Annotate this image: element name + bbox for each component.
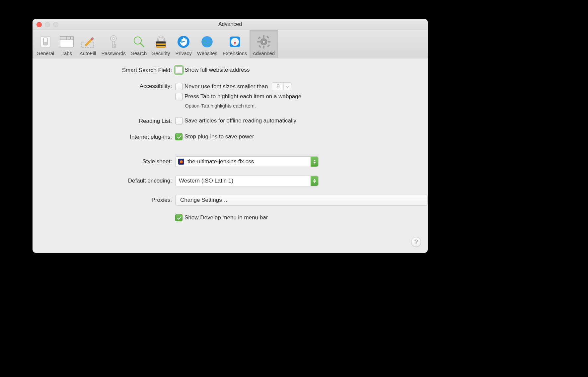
svg-point-12 xyxy=(112,38,115,40)
encoding-value: Western (ISO Latin 1) xyxy=(176,178,311,184)
tabs-icon: + xyxy=(59,35,74,49)
tab-general[interactable]: General xyxy=(34,30,57,58)
tab-tabs[interactable]: + Tabs xyxy=(57,30,77,58)
magnifier-icon xyxy=(132,35,146,49)
compass-icon xyxy=(228,35,242,49)
label-reading-list: Reading List: xyxy=(33,117,175,124)
help-label: ? xyxy=(414,239,418,246)
change-settings-button[interactable]: Change Settings… xyxy=(175,195,428,205)
svg-line-17 xyxy=(140,43,144,46)
select-stylesheet[interactable]: the-ultimate-jenkins-fix.css xyxy=(175,156,319,167)
label-smart-search: Smart Search Field: xyxy=(33,66,175,74)
svg-rect-36 xyxy=(258,45,261,48)
zoom-icon[interactable] xyxy=(53,22,58,27)
stylesheet-value: the-ultimate-jenkins-fix.css xyxy=(184,158,311,165)
svg-rect-35 xyxy=(266,36,269,38)
option-stop-plugins: Stop plug-ins to save power xyxy=(184,133,254,140)
tab-advanced[interactable]: Advanced xyxy=(250,30,278,58)
svg-text:+: + xyxy=(69,36,71,40)
svg-rect-20 xyxy=(156,45,166,46)
svg-rect-33 xyxy=(258,37,260,39)
updown-icon xyxy=(311,176,318,186)
chevron-down-icon xyxy=(283,83,291,90)
tab-label: Search xyxy=(131,50,147,56)
option-save-offline: Save articles for offline reading automa… xyxy=(184,117,296,124)
min-font-value: 9 xyxy=(272,83,283,90)
svg-rect-32 xyxy=(268,41,270,42)
tab-label: Passwords xyxy=(101,50,125,56)
tab-privacy[interactable]: Privacy xyxy=(173,30,194,58)
hint-option-tab: Option-Tab highlights each item. xyxy=(185,103,428,109)
tab-label: Privacy xyxy=(175,50,191,56)
window-title: Advanced xyxy=(33,19,428,30)
min-font-size-stepper[interactable]: 9 xyxy=(272,82,291,91)
label-accessibility: Accessibility: xyxy=(33,82,175,90)
checkbox-press-tab[interactable] xyxy=(175,93,183,100)
tab-label: Extensions xyxy=(223,50,247,56)
svg-rect-34 xyxy=(267,44,270,47)
preferences-toolbar: General + Tabs xyxy=(33,30,428,58)
tab-search[interactable]: Search xyxy=(128,30,150,58)
minimize-icon[interactable] xyxy=(45,22,50,27)
tab-passwords[interactable]: Passwords xyxy=(99,30,128,58)
select-encoding[interactable]: Western (ISO Latin 1) xyxy=(175,176,319,186)
window-controls xyxy=(37,22,58,27)
tab-label: AutoFill xyxy=(79,50,96,56)
tab-label: Tabs xyxy=(62,50,72,56)
option-min-font-size: Never use font sizes smaller than xyxy=(184,83,268,90)
preferences-window: Advanced General + Tabs xyxy=(33,19,428,253)
label-plugins: Internet plug-ins: xyxy=(33,133,175,140)
tab-autofill[interactable]: AutoFill xyxy=(77,30,99,58)
checkbox-min-font-size[interactable] xyxy=(175,83,183,90)
gear-icon xyxy=(257,35,271,49)
svg-rect-29 xyxy=(263,35,264,38)
svg-rect-31 xyxy=(257,41,260,42)
label-encoding: Default encoding: xyxy=(33,176,175,184)
checkbox-stop-plugins[interactable] xyxy=(175,133,183,140)
tab-security[interactable]: Security xyxy=(149,30,173,58)
checkbox-show-develop[interactable] xyxy=(175,214,183,221)
option-press-tab: Press Tab to highlight each item on a we… xyxy=(184,93,301,100)
svg-rect-15 xyxy=(114,46,115,47)
hand-icon xyxy=(176,35,191,49)
tab-label: Security xyxy=(152,50,170,56)
svg-point-37 xyxy=(262,40,265,43)
tab-label: Advanced xyxy=(253,50,275,56)
checkbox-show-full-address[interactable] xyxy=(175,66,183,74)
file-icon xyxy=(178,159,184,165)
svg-rect-30 xyxy=(263,46,264,48)
updown-icon xyxy=(311,157,318,167)
lock-icon xyxy=(154,35,168,49)
svg-rect-2 xyxy=(44,38,47,42)
checkbox-save-offline[interactable] xyxy=(175,117,183,124)
svg-rect-14 xyxy=(114,44,116,46)
label-stylesheet: Style sheet: xyxy=(33,156,175,165)
close-icon[interactable] xyxy=(37,22,42,27)
label-proxies: Proxies: xyxy=(33,195,175,203)
option-show-develop: Show Develop menu in menu bar xyxy=(184,214,268,221)
option-show-full-address: Show full website address xyxy=(184,67,250,73)
tab-extensions[interactable]: Extensions xyxy=(220,30,250,58)
svg-rect-3 xyxy=(60,39,73,47)
key-icon xyxy=(106,35,121,49)
titlebar: Advanced xyxy=(33,19,428,30)
switch-icon xyxy=(38,35,53,49)
button-label: Change Settings… xyxy=(180,197,228,203)
tab-label: Websites xyxy=(197,50,217,56)
tab-websites[interactable]: Websites xyxy=(194,30,220,58)
pencil-form-icon xyxy=(80,35,95,49)
help-button[interactable]: ? xyxy=(411,237,421,247)
svg-rect-19 xyxy=(156,41,166,43)
advanced-pane: Smart Search Field: Show full website ad… xyxy=(33,58,428,253)
tab-label: General xyxy=(37,50,54,56)
globe-icon xyxy=(200,35,214,49)
